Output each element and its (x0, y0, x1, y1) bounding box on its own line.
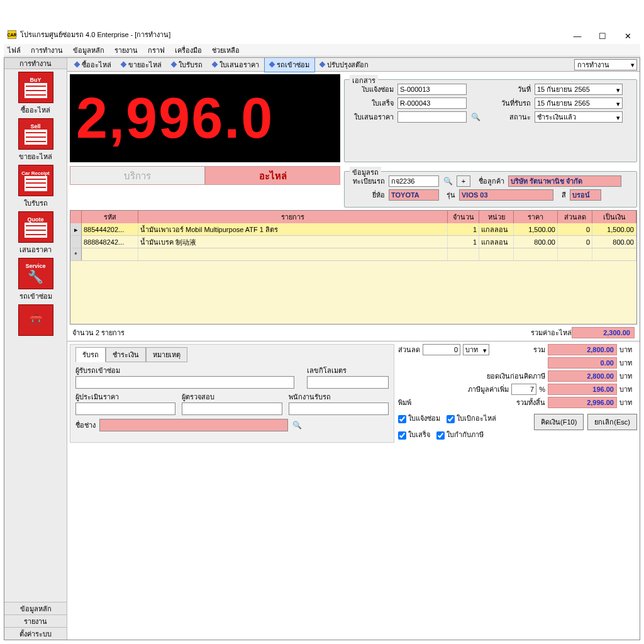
nav-buy-parts[interactable]: BuY ซื้ออะไหล่ (11, 72, 61, 116)
add-car-button[interactable]: + (457, 175, 470, 187)
repair-no-input[interactable]: S-000013 (397, 84, 467, 95)
subtab-service[interactable]: รถเข้าซ่อม (264, 58, 315, 72)
plate-input[interactable]: กจ2236 (389, 175, 439, 187)
cancel-button[interactable]: ยกเลิก(Esc) (587, 414, 637, 430)
quote-icon: Quote (28, 216, 44, 223)
chk-withdraw[interactable]: ใบเบิกอะไหล่ (447, 413, 496, 424)
col-price[interactable]: ราคา (514, 211, 558, 223)
customer-label: ชื่อลูกค้า (474, 175, 504, 187)
search-quote-icon[interactable]: 🔍 (470, 112, 480, 122)
subtab-quote[interactable]: ใบเสนอราคา (208, 58, 264, 72)
nav-extra[interactable]: 🧰 (11, 304, 61, 336)
sub-tabs: ซื้ออะไหล่ ขายอะไหล่ ใบรับรถ ใบเสนอราคา … (67, 58, 640, 72)
nav-settings[interactable]: ตั้งค่าระบบ (4, 627, 67, 640)
search-mechanic-icon[interactable]: 🔍 (292, 420, 302, 430)
total-display: 2,996.0 (70, 74, 340, 162)
btab-receive[interactable]: รับรถ (75, 347, 106, 362)
color-label: สี (557, 189, 566, 201)
group-label: เอกสาร (350, 75, 378, 86)
table-row-new[interactable]: * (70, 248, 636, 261)
receipt-no-input[interactable]: R-000043 (397, 97, 467, 109)
customer-field: บริษัท รัตนาพานิช จำกัด (508, 175, 621, 187)
sell-icon: Sell (30, 123, 40, 130)
mode-dropdown[interactable]: การทำงาน (574, 59, 637, 70)
col-amt[interactable]: เป็นเงิน (592, 211, 636, 223)
subtab-receipt[interactable]: ใบรับรถ (167, 58, 208, 72)
nav-master-data[interactable]: ข้อมูลหลัก (4, 602, 67, 614)
discount-unit-dropdown[interactable]: บาท (463, 344, 489, 355)
col-code[interactable]: รหัส (82, 211, 138, 223)
maximize-button[interactable]: ☐ (590, 28, 615, 43)
menu-report[interactable]: รายงาน (114, 45, 138, 56)
nav-reports[interactable]: รายงาน (4, 614, 67, 627)
status-dropdown[interactable]: ชำระเงินแล้ว (535, 111, 623, 123)
chk-repair[interactable]: ใบแจ้งซ่อม (398, 413, 440, 424)
inspector-label: ผู้ตรวจสอบ (182, 391, 282, 402)
subtab-buy[interactable]: ซื้ออะไหล่ (70, 58, 116, 72)
nav-label: ใบรับรถ (24, 197, 48, 209)
status-label: สถานะ (493, 111, 531, 123)
tab-service[interactable]: บริการ (70, 166, 205, 185)
table-row[interactable]: 888848242... น้ำมันเบรค 制动液 1 แกลลอน 800… (70, 236, 636, 248)
grand-label: รวมทั้งสิ้น (516, 397, 545, 408)
chk-tax[interactable]: ใบกำกับภาษี (436, 429, 484, 440)
recv-date-label: วันที่รับรถ (493, 97, 531, 109)
menu-tools[interactable]: เครื่องมือ (175, 45, 202, 56)
color-field: บรอน์ (570, 189, 601, 201)
window-controls: — ☐ ✕ (565, 28, 640, 43)
col-desc[interactable]: รายการ (138, 211, 448, 223)
model-label: รุ่น (443, 189, 455, 201)
inspector-input[interactable] (182, 402, 282, 415)
odo-input[interactable] (307, 376, 389, 389)
nav-car-receipt[interactable]: Car Receipt ใบรับรถ (11, 165, 61, 209)
menu-work[interactable]: การทำงาน (31, 45, 63, 56)
btab-note[interactable]: หมายเหตุ (146, 347, 187, 362)
date-label: วันที่ (493, 84, 531, 95)
col-qty[interactable]: จำนวน (448, 211, 479, 223)
vat-pct-input[interactable]: 7 (511, 384, 536, 395)
menu-file[interactable]: ไฟล์ (8, 45, 21, 56)
date-input[interactable]: 15 กันยายน 2565 (535, 84, 623, 95)
recv-staff-input[interactable] (289, 402, 389, 415)
menu-help[interactable]: ช่วยเหลือ (212, 45, 240, 56)
close-button[interactable]: ✕ (615, 28, 640, 43)
subtab-sell[interactable]: ขายอะไหล่ (116, 58, 167, 72)
recv-by-input[interactable] (75, 376, 294, 389)
menu-master[interactable]: ข้อมูลหลัก (73, 45, 104, 56)
pretax-value: 2,800.00 (548, 370, 617, 382)
receipt-icon: Car Receipt (21, 170, 49, 176)
brand-label: ยี่ห้อ (350, 189, 385, 201)
mechanic-input[interactable] (99, 419, 288, 431)
nav-service[interactable]: Service🔧 รถเข้าซ่อม (11, 258, 61, 302)
discount-amount: 0.00 (548, 357, 617, 369)
col-unit[interactable]: หน่วย (479, 211, 514, 223)
window-title: โปรแกรมศูนย์ซ่อมรถ 4.0 Enterprise - [การ… (20, 29, 636, 40)
quote-no-input[interactable] (397, 111, 467, 123)
vat-label: ภาษีมูลค่าเพิ่ม (468, 384, 509, 395)
recv-date-input[interactable]: 15 กันยายน 2565 (535, 97, 623, 109)
chk-receipt[interactable]: ใบเสร็จ (398, 429, 430, 440)
subtab-stock[interactable]: ปรับปรุงสต๊อก (315, 58, 374, 72)
tab-parts[interactable]: อะไหล่ (205, 166, 340, 185)
titlebar: CAR โปรแกรมศูนย์ซ่อมรถ 4.0 Enterprise - … (4, 28, 640, 41)
nav-quote[interactable]: Quote เสนอราคา (11, 211, 61, 255)
table-row[interactable]: ▸ 885444202... น้ำมันเพาเวอร์ Mobil Mult… (70, 223, 636, 236)
nav-label: ซื้ออะไหล่ (21, 104, 50, 116)
minimize-button[interactable]: — (565, 28, 590, 43)
print-label: พิมพ์ (398, 397, 411, 408)
nav-label: เสนอราคา (19, 244, 52, 255)
discount-input[interactable]: 0 (423, 344, 460, 355)
left-nav: การทำงาน BuY ซื้ออะไหล่ Sell ขายอะไหล่ C… (4, 58, 67, 640)
recv-staff-label: พนักงานรับรถ (289, 391, 389, 402)
btab-payment[interactable]: ชำระเงิน (106, 347, 146, 362)
assessor-input[interactable] (75, 402, 175, 415)
search-plate-icon[interactable]: 🔍 (443, 176, 453, 186)
parts-total: 2,300.00 (572, 327, 635, 338)
grand-total: 2,996.00 (548, 397, 617, 408)
odo-label: เลขกิโลเมตร (307, 365, 389, 376)
col-disc[interactable]: ส่วนลด (558, 211, 592, 223)
calculate-button[interactable]: คิดเงิน(F10) (534, 414, 584, 430)
menubar: ไฟล์ การทำงาน ข้อมูลหลัก รายงาน กราฟ เคร… (4, 44, 640, 57)
menu-graph[interactable]: กราฟ (148, 45, 165, 56)
nav-sell-parts[interactable]: Sell ขายอะไหล่ (11, 118, 61, 162)
